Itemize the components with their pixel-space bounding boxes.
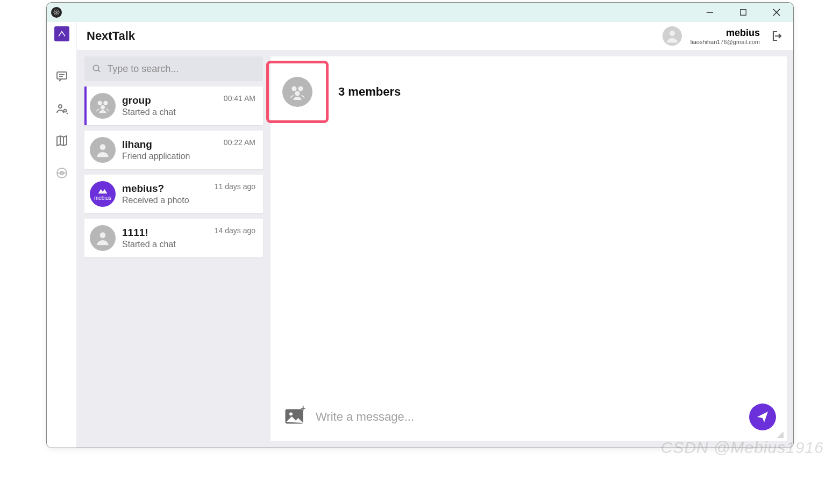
main-area: NextTalk mebius liaoshihan176@gmail.com bbox=[77, 22, 793, 448]
svg-point-27 bbox=[292, 87, 297, 91]
chat-item-time: 00:41 AM bbox=[224, 94, 255, 103]
svg-point-12 bbox=[63, 110, 66, 112]
conversation-header: 3 members bbox=[270, 56, 787, 129]
chat-item-subtitle: Received a photo bbox=[122, 196, 208, 205]
svg-point-24 bbox=[101, 105, 105, 110]
chat-item-mebius[interactable]: mebius mebius? Received a photo 11 days … bbox=[84, 175, 263, 213]
maximize-button[interactable] bbox=[734, 5, 752, 20]
svg-rect-8 bbox=[57, 72, 67, 79]
svg-point-31 bbox=[289, 413, 293, 416]
message-composer: + bbox=[270, 395, 787, 441]
svg-point-20 bbox=[93, 65, 99, 71]
chat-item-time: 00:22 AM bbox=[224, 138, 255, 147]
plus-icon: + bbox=[301, 405, 308, 412]
logout-button[interactable] bbox=[768, 28, 784, 44]
mebius-avatar-icon: mebius bbox=[90, 181, 116, 207]
close-button[interactable] bbox=[767, 5, 786, 20]
svg-point-23 bbox=[103, 101, 108, 105]
svg-point-11 bbox=[59, 105, 62, 108]
app-window: NextTalk mebius liaoshihan176@gmail.com bbox=[46, 2, 794, 448]
message-area[interactable] bbox=[270, 129, 787, 395]
contacts-icon[interactable] bbox=[55, 102, 69, 116]
user-email: liaoshihan176@gmail.com bbox=[690, 39, 760, 45]
resize-grip-icon[interactable] bbox=[774, 428, 784, 438]
person-avatar-icon bbox=[90, 225, 116, 251]
person-avatar-icon bbox=[90, 137, 116, 163]
side-rail bbox=[47, 22, 77, 448]
chat-item-title: lihang bbox=[122, 139, 217, 150]
send-button[interactable] bbox=[749, 404, 776, 430]
search-box[interactable] bbox=[84, 56, 263, 81]
attach-image-button[interactable]: + bbox=[284, 408, 305, 426]
chat-item-title: 1111! bbox=[122, 227, 208, 239]
chat-item-lihang[interactable]: lihang Friend application 00:22 AM bbox=[84, 131, 263, 169]
chat-item-1111[interactable]: 1111! Started a chat 14 days ago bbox=[84, 219, 263, 257]
svg-line-13 bbox=[67, 113, 68, 114]
chat-item-subtitle: Started a chat bbox=[122, 240, 208, 249]
app-logo[interactable] bbox=[54, 26, 69, 41]
svg-point-25 bbox=[100, 144, 106, 150]
map-icon[interactable] bbox=[55, 134, 69, 148]
svg-point-26 bbox=[100, 232, 106, 238]
avatar-label: mebius bbox=[94, 195, 111, 201]
svg-point-28 bbox=[298, 87, 303, 91]
conversation-title: 3 members bbox=[338, 85, 401, 99]
conversation-panel: 3 members + bbox=[270, 56, 787, 441]
chat-item-subtitle: Started a chat bbox=[122, 107, 217, 117]
group-avatar-icon bbox=[90, 93, 116, 119]
svg-point-0 bbox=[56, 12, 57, 13]
svg-point-22 bbox=[98, 101, 102, 105]
app-title: NextTalk bbox=[87, 29, 135, 43]
search-input[interactable] bbox=[107, 63, 255, 75]
chat-list: group Started a chat 00:41 AM lihang Fri… bbox=[77, 50, 270, 448]
group-avatar-icon[interactable] bbox=[282, 77, 312, 107]
svg-line-21 bbox=[98, 70, 100, 72]
chat-item-time: 14 days ago bbox=[215, 226, 255, 235]
chat-item-time: 11 days ago bbox=[215, 182, 255, 191]
minimize-button[interactable] bbox=[701, 5, 719, 20]
app-header: NextTalk mebius liaoshihan176@gmail.com bbox=[77, 22, 793, 50]
svg-point-29 bbox=[295, 91, 300, 96]
user-name: mebius bbox=[690, 27, 760, 39]
electron-app-icon bbox=[51, 7, 62, 18]
pokeball-icon[interactable] bbox=[55, 166, 69, 180]
svg-point-19 bbox=[670, 31, 675, 36]
chat-item-group[interactable]: group Started a chat 00:41 AM bbox=[84, 87, 263, 125]
chat-item-subtitle: Friend application bbox=[122, 152, 217, 161]
chat-item-title: mebius? bbox=[122, 183, 208, 195]
message-input[interactable] bbox=[316, 410, 738, 424]
user-avatar[interactable] bbox=[663, 26, 682, 46]
conversation-avatar-highlight bbox=[266, 61, 329, 123]
chat-icon[interactable] bbox=[55, 69, 69, 83]
title-bar bbox=[47, 3, 793, 22]
svg-rect-5 bbox=[741, 10, 746, 16]
chat-item-title: group bbox=[122, 95, 217, 106]
